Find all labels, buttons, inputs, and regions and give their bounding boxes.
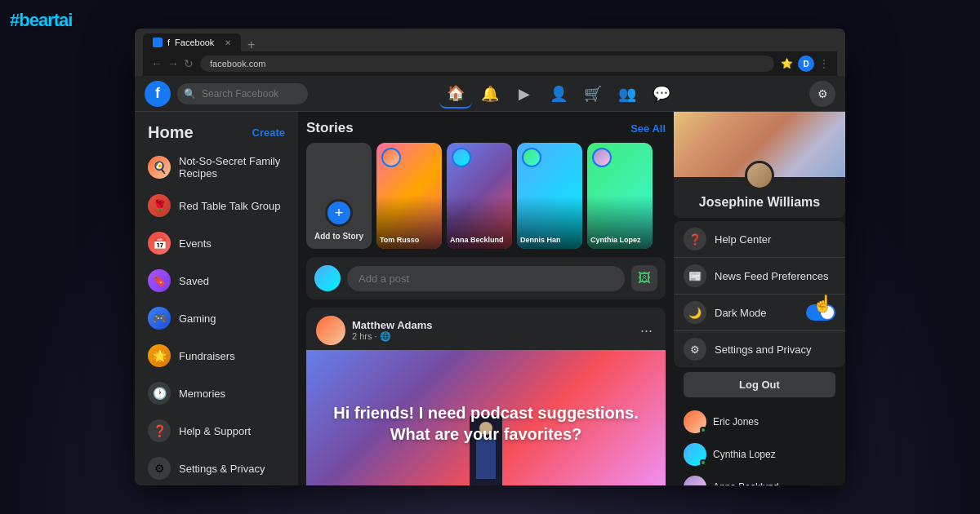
story-name-4: Cynthia Lopez: [590, 236, 649, 244]
address-bar[interactable]: [200, 55, 774, 72]
tab-favicon: [153, 38, 163, 47]
forward-button[interactable]: →: [167, 57, 179, 70]
sidebar-item-red-table[interactable]: 🌹 Red Table Talk Group: [141, 188, 292, 224]
story-card-2[interactable]: Anna Becklund: [447, 143, 512, 249]
dropdown-news-feed-prefs[interactable]: 📰 News Feed Preferences: [674, 258, 845, 295]
nav-messenger-btn[interactable]: 💬: [645, 79, 678, 109]
reload-button[interactable]: ↻: [184, 57, 194, 70]
browser-chrome: f Facebook ✕ + ← → ↻ ⭐ D ⋮: [135, 29, 845, 76]
composer-input[interactable]: [347, 266, 625, 291]
memories-icon: 🕐: [148, 382, 171, 405]
story-name-1: Tom Russo: [380, 236, 439, 244]
settings-btn[interactable]: ⚙: [809, 81, 835, 107]
nav-video-btn[interactable]: ▶: [508, 79, 541, 109]
tab-title: Facebook: [175, 38, 214, 47]
post-header: Matthew Adams 2 hrs · 🌐 ···: [306, 308, 666, 350]
browser-window: f Facebook ✕ + ← → ↻ ⭐ D ⋮: [135, 29, 845, 485]
fb-navbar: f 🔍 🏠 🔔 ▶ 👤 🛒 👥 💬 ⚙: [135, 76, 845, 112]
story-card-4[interactable]: Cynthia Lopez: [587, 143, 653, 249]
story-card-1[interactable]: Tom Russo: [376, 143, 442, 249]
fb-sidebar: Home Create 🍳 Not-So-Secret Family Recip…: [135, 112, 298, 485]
nav-profile-btn[interactable]: 👤: [542, 79, 575, 109]
new-tab-button[interactable]: +: [243, 38, 260, 51]
settings-privacy-icon: ⚙: [148, 457, 171, 480]
dropdown-newsfeed-label: News Feed Preferences: [715, 270, 828, 282]
browser-tabs: f Facebook ✕ +: [143, 33, 837, 51]
dropdown-settings-privacy[interactable]: ⚙ Settings and Privacy: [674, 331, 845, 367]
sidebar-item-family-recipes[interactable]: 🍳 Not-So-Secret Family Recipes: [141, 148, 292, 186]
gaming-icon: 🎮: [148, 307, 171, 330]
friend-name-cynthia: Cynthia Lopez: [713, 449, 776, 460]
friends-list: Eric Jones Cynthia Lopez A: [674, 405, 845, 485]
sidebar-item-saved[interactable]: 🔖 Saved: [141, 263, 292, 299]
sidebar-item-label: Events: [179, 237, 212, 250]
profile-avatar: [745, 161, 774, 190]
help-center-icon: ❓: [684, 228, 706, 250]
sidebar-item-fundraisers[interactable]: 🌟 Fundraisers: [141, 338, 292, 374]
nav-notifications-btn[interactable]: 🔔: [474, 79, 506, 109]
nav-groups-btn[interactable]: 👥: [611, 79, 644, 109]
browser-tab-active[interactable]: f Facebook ✕: [143, 33, 241, 51]
sidebar-item-settings[interactable]: ⚙ Settings & Privacy: [141, 450, 292, 485]
dropdown-help-center[interactable]: ❓ Help Center: [674, 221, 845, 258]
tab-label: f: [167, 38, 170, 47]
fundraisers-icon: 🌟: [148, 344, 171, 367]
profile-cover-photo: [674, 112, 845, 177]
stories-title: Stories: [306, 120, 354, 136]
add-story-label: Add to Story: [314, 232, 363, 241]
fb-right-panel: Josephine Williams ❓ Help Center 📰 News …: [674, 112, 845, 485]
browser-profile[interactable]: D: [798, 55, 814, 72]
watermark-text: #beartai: [10, 10, 72, 30]
post-author-avatar: [316, 316, 345, 345]
online-indicator: [700, 459, 706, 466]
stories-section: Stories See All + Add to Story: [306, 120, 666, 249]
sidebar-create-btn[interactable]: Create: [252, 126, 285, 139]
composer-photo-btn[interactable]: 🖼: [631, 265, 657, 291]
facebook-page: f 🔍 🏠 🔔 ▶ 👤 🛒 👥 💬 ⚙: [135, 76, 845, 485]
fb-logo[interactable]: f: [145, 81, 171, 107]
news-feed-icon: 📰: [684, 264, 706, 287]
menu-dots-icon[interactable]: ⋮: [819, 58, 829, 69]
dark-mode-icon: 🌙: [684, 301, 706, 324]
friend-item-cynthia[interactable]: Cynthia Lopez: [674, 438, 845, 471]
story-name-2: Anna Becklund: [450, 236, 509, 244]
back-button[interactable]: ←: [151, 57, 163, 70]
sidebar-item-help[interactable]: ❓ Help & Support: [141, 413, 292, 449]
post-more-btn[interactable]: ···: [637, 319, 656, 343]
post-image-text: Hi friends! I need podcast suggestions. …: [306, 386, 666, 461]
profile-card: Josephine Williams: [674, 112, 845, 218]
tab-close-btn[interactable]: ✕: [225, 38, 231, 47]
story-card-3[interactable]: Dennis Han: [517, 143, 582, 249]
story-avatar-4: [592, 148, 612, 167]
friend-item-anna[interactable]: Anna Becklund: [674, 471, 845, 485]
online-indicator: [700, 427, 706, 433]
sidebar-item-gaming[interactable]: 🎮 Gaming: [141, 300, 292, 336]
fb-nav-icons: 🏠 🔔 ▶ 👤 🛒 👥 💬: [439, 79, 678, 109]
add-story-card[interactable]: + Add to Story: [306, 143, 372, 249]
sidebar-item-label: Saved: [179, 275, 209, 287]
dropdown-menu: ❓ Help Center 📰 News Feed Preferences 🌙 …: [674, 221, 845, 367]
nav-marketplace-btn[interactable]: 🛒: [577, 79, 609, 109]
sidebar-item-events[interactable]: 📅 Events: [141, 225, 292, 261]
friend-avatar-eric: [684, 410, 706, 433]
see-all-btn[interactable]: See All: [630, 122, 666, 135]
search-icon: 🔍: [184, 88, 196, 100]
dropdown-settings-label: Settings and Privacy: [715, 343, 812, 356]
friend-avatar-cynthia: [684, 443, 706, 466]
fb-feed: Stories See All + Add to Story: [298, 112, 674, 485]
nav-home-btn[interactable]: 🏠: [439, 79, 472, 109]
sidebar-item-label: Help & Support: [179, 425, 251, 437]
friend-avatar-anna: [684, 476, 706, 485]
stories-row: + Add to Story Tom Russo: [306, 143, 666, 249]
sidebar-item-label: Fundraisers: [179, 350, 235, 362]
settings-privacy-icon: ⚙: [684, 338, 706, 361]
sidebar-item-memories[interactable]: 🕐 Memories: [141, 375, 292, 411]
dark-mode-toggle[interactable]: [806, 304, 835, 321]
logout-button[interactable]: Log Out: [684, 372, 835, 397]
friend-item-eric[interactable]: Eric Jones: [674, 405, 845, 438]
red-table-icon: 🌹: [148, 194, 171, 217]
dropdown-dark-mode[interactable]: 🌙 Dark Mode: [674, 295, 845, 331]
dropdown-help-label: Help Center: [715, 233, 771, 246]
composer-avatar: [314, 265, 341, 291]
fb-search-input[interactable]: [177, 83, 308, 104]
